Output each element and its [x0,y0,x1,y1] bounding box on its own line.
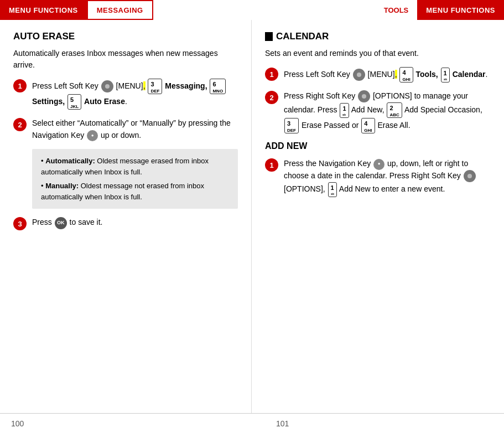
add-new-step-num-1: 1 [265,158,278,172]
header-bar: MENU FUNCTIONS MESSAGING TOOLS MENU FUNC… [0,0,504,20]
key-1c-badge: 1ᵃᵇ [328,182,337,197]
left-step-2: 2 Select either “Automatically” or “Manu… [13,117,238,141]
bullet-box: Automatically: Oldest message erased fro… [32,149,238,209]
key-1b-badge: 1ᵃᵇ [340,103,349,118]
page-wrapper: MENU FUNCTIONS MESSAGING TOOLS MENU FUNC… [0,0,504,433]
left-step-3: 3 Press OK to save it. [13,216,238,230]
tools-label: TOOLS [375,0,418,20]
ok-key-icon: OK [55,217,67,229]
bullet-automatically: Automatically: Oldest message erased fro… [41,156,229,177]
key-5-badge: 5JKL [67,94,81,110]
key-1a-badge: 1ᵃᵇ [441,68,450,83]
footer: 100 101 [0,413,504,433]
left-menu-functions-tab[interactable]: MENU FUNCTIONS [0,0,87,20]
right-left-softkey-icon [353,69,365,81]
right-step-2: 2 Press Right Soft Key [OPTIONS] to mana… [265,90,491,133]
right-softkey-icon [358,90,370,102]
black-square-icon [265,32,273,41]
right-step-num-1: 1 [265,68,278,81]
auto-erase-subtitle: Automatically erases Inbox messages when… [13,48,238,71]
step-num-2: 2 [13,118,27,131]
footer-page-left: 100 [11,419,263,428]
add-new-step-1: 1 Press the Navigation Key ● up, down, l… [265,158,491,197]
right-step-2-text: Press Right Soft Key [OPTIONS] to manage… [284,90,491,133]
footer-page-right: 101 [263,419,289,428]
step-num-1: 1 [13,79,27,92]
nav-key-icon: ● [87,130,98,141]
right-step-1: 1 Press Left Soft Key [MENU], 4GHI Tools… [265,67,491,83]
right-menu-functions-tab[interactable]: MENU FUNCTIONS [417,0,504,20]
key-2-badge: 2ABC [387,102,402,118]
left-step-2-text: Select either “Automatically” or “Manual… [32,117,238,141]
calendar-subtitle: Sets an event and reminds you of that ev… [265,48,491,59]
auto-erase-title: AUTO ERASE [13,31,238,42]
add-new-title: ADD NEW [265,141,491,151]
right-step-num-2: 2 [265,91,278,104]
key-4-badge: 4GHI [399,67,413,83]
key-3-badge: 3DEF [148,79,162,94]
key-3b-badge: 3DEF [284,118,299,133]
main-content: AUTO ERASE Automatically erases Inbox me… [0,20,504,413]
messaging-tab[interactable]: MESSAGING [87,0,153,20]
left-softkey-icon [101,80,113,92]
bullet-manually: Manually: Oldest message not erased from… [41,181,229,202]
left-step-1: 1 Press Left Soft Key [MENU], 3DEF Messa… [13,79,238,110]
nav-key-icon-2: ● [373,159,385,170]
right-panel: CALENDAR Sets an event and reminds you o… [252,20,504,413]
right-step-1-text: Press Left Soft Key [MENU], 4GHI Tools, … [284,67,491,83]
step-num-3: 3 [13,217,27,230]
key-6-badge: 6MNO [210,79,226,94]
key-4b-badge: 4GHI [361,118,375,133]
right-softkey-icon-2 [464,170,476,182]
left-step-1-text: Press Left Soft Key [MENU], 3DEF Messagi… [32,79,238,110]
left-step-3-text: Press OK to save it. [32,216,238,229]
calendar-title: CALENDAR [276,31,329,42]
add-new-step-1-text: Press the Navigation Key ● up, down, lef… [284,158,491,197]
calendar-title-row: CALENDAR [265,31,491,42]
left-panel: AUTO ERASE Automatically erases Inbox me… [0,20,252,413]
